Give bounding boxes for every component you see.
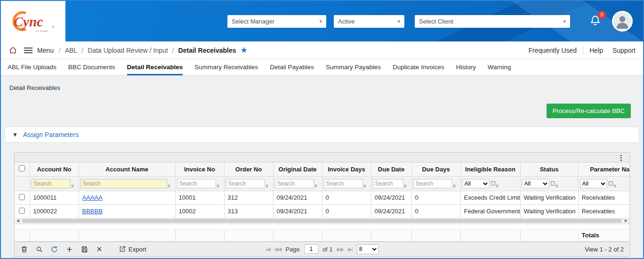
tab-abl-file-uploads[interactable]: ABL File Uploads	[8, 59, 56, 75]
col-due-date[interactable]: Due Date	[371, 162, 411, 176]
scroll-left-arrow-icon[interactable]: ◀	[15, 218, 21, 224]
filter-parameter-name[interactable]: All	[580, 179, 607, 188]
status-select[interactable]: Active ▾	[334, 15, 404, 28]
tab-detail-payables[interactable]: Detail Payables	[270, 59, 314, 75]
column-options-button[interactable]: ⋮	[618, 154, 625, 161]
clear-icon[interactable]: x	[217, 183, 219, 188]
tab-summary-payables[interactable]: Summary Payables	[326, 59, 381, 75]
cell-account-no: 1000022	[30, 204, 79, 218]
scroll-right-arrow-icon[interactable]: ▶	[623, 218, 629, 224]
search-due-days[interactable]	[413, 179, 452, 188]
menu-label[interactable]: Menu	[37, 47, 54, 54]
clear-icon[interactable]: x	[315, 183, 317, 188]
cync-logo[interactable]: Cync ® It's Smart	[1, 1, 65, 41]
favorite-star-icon[interactable]: ★	[241, 45, 248, 55]
select-all-checkbox[interactable]	[19, 165, 25, 171]
cell-status: Waiting Verification	[520, 204, 578, 218]
clear-icon[interactable]: x	[496, 183, 499, 188]
tab-history[interactable]: History	[456, 59, 476, 75]
filter-ineligible-reason[interactable]: All	[462, 179, 490, 188]
tab-duplicate-invoices[interactable]: Duplicate Invoices	[393, 59, 444, 75]
filter-box-icon[interactable]	[491, 181, 495, 186]
filter-status[interactable]: All	[522, 179, 549, 188]
help-link[interactable]: Help	[589, 47, 603, 54]
frequently-used-link[interactable]: Frequently Used	[528, 47, 577, 54]
row-checkbox[interactable]	[19, 194, 25, 200]
tab-warning[interactable]: Warning	[488, 59, 511, 75]
breadcrumb-item-data-upload[interactable]: Data Upload Review / Input	[88, 47, 168, 54]
cancel-button[interactable]	[96, 245, 103, 253]
totals-label: Totals	[578, 230, 630, 242]
clear-icon[interactable]: x	[404, 183, 407, 188]
clear-icon[interactable]: x	[364, 183, 366, 188]
filter-box-icon[interactable]	[609, 181, 613, 186]
search-row: x x x x x x x x Allx Allx Allx	[15, 176, 630, 191]
breadcrumb-item-detail-receivables[interactable]: Detail Receivables	[178, 47, 236, 54]
cell-account-no: 1000011	[30, 191, 79, 204]
col-original-date[interactable]: Original Date	[273, 162, 322, 176]
view-search-button[interactable]	[35, 245, 43, 253]
export-button[interactable]: Export	[119, 245, 146, 253]
clear-icon[interactable]: x	[614, 183, 616, 188]
add-button[interactable]	[65, 245, 73, 253]
filter-box-icon[interactable]	[551, 181, 555, 186]
process-recalculate-bbc-button[interactable]: Process/Re-calculate BBC	[547, 104, 631, 118]
account-name-link[interactable]: BBBBB	[82, 208, 103, 215]
assign-parameters-toggle[interactable]: ▼ Assign Parameters	[5, 127, 639, 143]
clear-icon[interactable]: x	[72, 183, 74, 188]
export-label: Export	[129, 246, 146, 253]
support-link[interactable]: Support	[612, 47, 636, 54]
tab-bbc-documents[interactable]: BBC Documents	[68, 59, 115, 75]
search-original-date[interactable]	[275, 179, 314, 188]
col-ineligible-reason[interactable]: Ineligible Reason	[460, 162, 520, 176]
hamburger-menu-button[interactable]	[24, 48, 32, 53]
clear-icon[interactable]: x	[168, 183, 170, 188]
cell-order-no: 312	[224, 191, 273, 204]
first-page-icon[interactable]: |◀	[266, 246, 270, 252]
next-page-icon[interactable]: ▶▶	[337, 246, 344, 252]
page-number-input[interactable]	[304, 244, 318, 254]
last-page-icon[interactable]: ▶|	[348, 246, 352, 252]
action-row: Process/Re-calculate BBC	[1, 104, 643, 118]
col-invoice-no[interactable]: Invoice No	[175, 162, 224, 176]
search-account-name[interactable]	[80, 179, 167, 188]
breadcrumb-item-abl[interactable]: ABL	[65, 47, 77, 54]
clear-icon[interactable]: x	[453, 183, 456, 188]
scrollbar-thumb[interactable]	[22, 219, 622, 223]
prev-page-icon[interactable]: ◀◀	[274, 246, 282, 252]
clear-icon[interactable]: x	[266, 183, 268, 188]
search-invoice-days[interactable]	[324, 179, 363, 188]
client-select[interactable]: Select Client ▾	[415, 15, 570, 28]
col-status[interactable]: Status	[520, 162, 578, 176]
search-due-date[interactable]	[373, 179, 403, 188]
col-order-no[interactable]: Order No	[224, 162, 273, 176]
cell-parameter-name: Receivables	[578, 191, 630, 204]
account-name-link[interactable]: AAAAA	[82, 194, 103, 201]
refresh-icon	[52, 246, 57, 251]
home-button[interactable]	[8, 46, 17, 55]
manager-select[interactable]: Select Manager ▾	[227, 15, 326, 28]
page-size-select[interactable]: 8	[357, 244, 378, 254]
col-account-name[interactable]: Account Name	[79, 162, 175, 176]
col-invoice-days[interactable]: Invoice Days	[322, 162, 371, 176]
col-parameter-name[interactable]: Parameter Name	[578, 162, 630, 176]
col-account-no[interactable]: Account No	[30, 162, 79, 176]
clear-icon[interactable]: x	[556, 183, 558, 188]
search-account-no[interactable]	[32, 179, 71, 188]
pagination: |◀ ◀◀ Page of 1 ▶▶ ▶| 8	[266, 244, 378, 254]
logo-text: Cync	[14, 14, 43, 29]
chevron-down-icon: ▾	[397, 18, 400, 24]
horizontal-scrollbar[interactable]: ◀ ▶	[15, 219, 629, 224]
cell-due-days: 0	[411, 191, 460, 204]
save-button[interactable]	[80, 245, 89, 253]
row-checkbox[interactable]	[19, 208, 25, 214]
user-avatar[interactable]	[612, 11, 633, 32]
tab-detail-receivables[interactable]: Detail Receivables	[127, 59, 183, 75]
delete-button[interactable]	[20, 245, 28, 253]
search-invoice-no[interactable]	[177, 179, 216, 188]
notifications-button[interactable]: 0	[589, 14, 602, 29]
refresh-button[interactable]	[50, 245, 58, 253]
tab-summary-receivables[interactable]: Summary Receivables	[194, 59, 258, 75]
search-order-no[interactable]	[226, 179, 265, 188]
col-due-days[interactable]: Due Days	[411, 162, 460, 176]
